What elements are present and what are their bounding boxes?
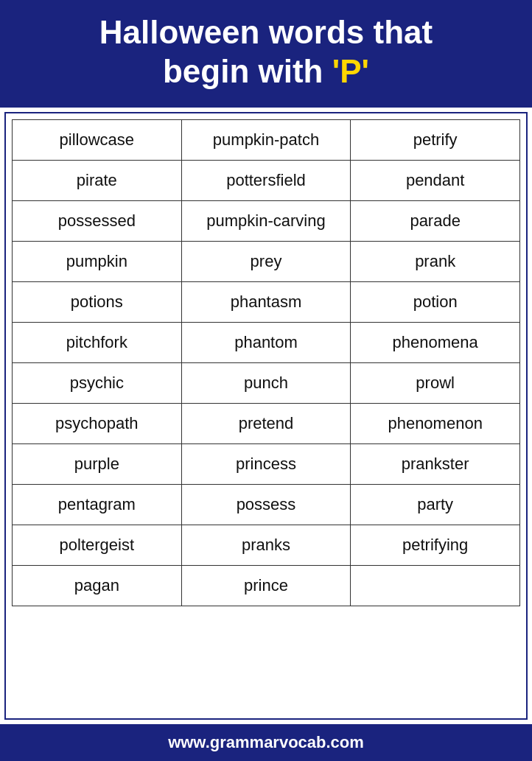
table-row: poltergeistprankspetrifying [13,525,520,565]
table-cell: pumpkin-patch [181,119,351,160]
table-cell: pendant [351,160,520,200]
page-header: Halloween words that begin with 'P' [0,0,532,108]
table-row: psychopathpretendphenomenon [13,403,520,443]
table-cell: pretend [181,403,351,443]
footer-url: www.grammarvocab.com [7,733,525,752]
table-cell: prowl [351,362,520,403]
table-cell: pranks [181,525,351,565]
word-table: pillowcasepumpkin-patchpetrifypiratepott… [12,119,520,606]
table-cell: princess [181,443,351,484]
table-row: potionsphantasmpotion [13,281,520,322]
table-row: purpleprincessprankster [13,443,520,484]
table-cell: pumpkin-carving [181,200,351,241]
table-row: pumpkinpreyprank [13,241,520,281]
table-row: pitchforkphantomphenomena [13,322,520,362]
table-cell: potion [351,281,520,322]
table-cell: phantasm [181,281,351,322]
title-highlight: 'P' [332,53,369,89]
table-cell: prince [181,565,351,606]
table-row: paganprince [13,565,520,606]
table-cell: purple [13,443,182,484]
table-row: piratepottersfieldpendant [13,160,520,200]
table-cell: phantom [181,322,351,362]
title-line1: Halloween words that [99,14,433,50]
table-row: psychicpunchprowl [13,362,520,403]
table-cell: poltergeist [13,525,182,565]
table-cell [351,565,520,606]
table-cell: prey [181,241,351,281]
table-row: possessedpumpkin-carvingparade [13,200,520,241]
table-cell: possess [181,484,351,525]
table-cell: prank [351,241,520,281]
table-cell: pirate [13,160,182,200]
table-cell: pillowcase [13,119,182,160]
page-title: Halloween words that begin with 'P' [15,13,517,91]
table-cell: psychic [13,362,182,403]
table-row: pentagrampossessparty [13,484,520,525]
table-cell: pottersfield [181,160,351,200]
table-cell: parade [351,200,520,241]
table-cell: psychopath [13,403,182,443]
table-cell: pagan [13,565,182,606]
table-cell: possessed [13,200,182,241]
table-cell: phenomenon [351,403,520,443]
table-cell: pitchfork [13,322,182,362]
table-cell: prankster [351,443,520,484]
page-footer: www.grammarvocab.com [0,724,532,761]
table-cell: phenomena [351,322,520,362]
table-cell: petrifying [351,525,520,565]
table-cell: petrify [351,119,520,160]
table-cell: punch [181,362,351,403]
table-cell: pentagram [13,484,182,525]
table-cell: potions [13,281,182,322]
table-cell: party [351,484,520,525]
table-cell: pumpkin [13,241,182,281]
title-line2-prefix: begin with [163,53,332,89]
table-row: pillowcasepumpkin-patchpetrify [13,119,520,160]
word-table-wrapper: pillowcasepumpkin-patchpetrifypiratepott… [4,112,528,720]
